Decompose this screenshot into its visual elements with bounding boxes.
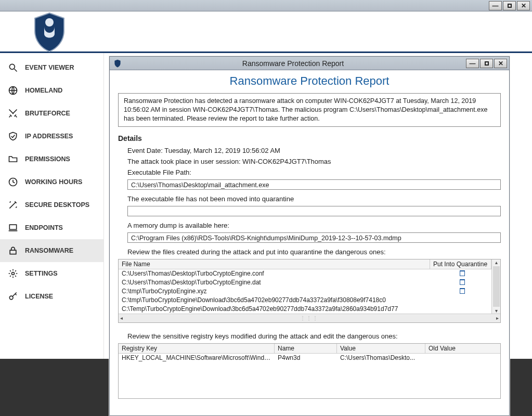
quarantine-cell[interactable] bbox=[436, 287, 488, 296]
sidebar-item-label: SETTINGS bbox=[25, 270, 58, 277]
report-close-button[interactable]: ✕ bbox=[494, 59, 507, 68]
sidebar-item-label: HOMELAND bbox=[25, 87, 62, 94]
sidebar-item-endpoints[interactable]: ENDPOINTS bbox=[0, 216, 103, 239]
scroll-thumb[interactable] bbox=[493, 266, 500, 307]
files-label: Review the files created during the atta… bbox=[127, 248, 501, 256]
reg-key-cell: HKEY_LOCAL_MACHINE\Software\Microsoft\Wi… bbox=[119, 354, 275, 362]
shieldcheck-icon bbox=[7, 131, 19, 142]
event-date-line: Event Date: Tuesday, March 12, 2019 10:5… bbox=[127, 147, 501, 154]
file-name-cell: C:\Users\Thomas\Desktop\TurboCryptoEngin… bbox=[122, 269, 436, 278]
dump-label: A memory dump is available here: bbox=[127, 222, 501, 229]
svg-line-2 bbox=[15, 69, 17, 72]
sidebar-item-label: IP ADDRESSES bbox=[25, 133, 73, 140]
sidebar-item-label: WORKING HOURS bbox=[25, 178, 82, 186]
file-grid-vscroll[interactable]: ▴ ▾ bbox=[491, 259, 500, 314]
close-button[interactable]: ✕ bbox=[517, 1, 530, 10]
details-label: Details bbox=[118, 134, 501, 142]
sidebar-item-secure-desktops[interactable]: SECURE DESKTOPS bbox=[0, 193, 103, 216]
report-minimize-button[interactable]: — bbox=[466, 59, 479, 68]
file-row[interactable]: C:\Temp\TurboCryptoEngine\Download\3bc6d… bbox=[119, 305, 500, 314]
quarantine-cell[interactable] bbox=[436, 269, 488, 278]
swords-icon bbox=[7, 108, 19, 119]
file-grid-hscroll[interactable]: ◂ ⋮⋮⋮ ▸ bbox=[119, 314, 500, 322]
reg-name-cell: P4wn3d bbox=[275, 354, 337, 362]
sidebar-item-event-viewer[interactable]: EVENT VIEWER bbox=[0, 56, 103, 79]
sidebar-item-ip-addresses[interactable]: IP ADDRESSES bbox=[0, 125, 103, 148]
sidebar-item-homeland[interactable]: HOMELAND bbox=[0, 79, 103, 102]
reg-col-key[interactable]: Registry Key bbox=[119, 344, 275, 353]
sidebar-item-ransomware[interactable]: RANSOMWARE bbox=[0, 239, 103, 262]
scroll-down-icon[interactable]: ▾ bbox=[495, 308, 498, 314]
reg-col-oldvalue[interactable]: Old Value bbox=[425, 344, 500, 353]
file-name-cell: C:\Users\Thomas\Desktop\TurboCryptoEngin… bbox=[122, 278, 436, 287]
registry-grid[interactable]: Registry Key Name Value Old Value HKEY_L… bbox=[118, 343, 501, 399]
sidebar-item-label: SECURE DESKTOPS bbox=[25, 201, 89, 209]
report-titlebar: Ransomware Protection Report — ✕ bbox=[110, 57, 509, 70]
svg-point-7 bbox=[12, 272, 15, 275]
svg-rect-6 bbox=[10, 250, 16, 254]
sidebar-item-label: LICENSE bbox=[25, 293, 53, 300]
quarantine-cell[interactable] bbox=[436, 305, 488, 314]
sidebar-item-label: EVENT VIEWER bbox=[25, 64, 74, 71]
sidebar-item-license[interactable]: LICENSE bbox=[0, 285, 103, 308]
file-row[interactable]: C:\tmp\TurboCryptoEngine.xyz bbox=[119, 287, 500, 296]
report-window: Ransomware Protection Report — ✕ Ransomw… bbox=[109, 56, 510, 416]
file-grid-header: File Name Put Into Quarantine bbox=[119, 259, 500, 269]
maximize-button[interactable] bbox=[503, 1, 516, 10]
registry-row[interactable]: HKEY_LOCAL_MACHINE\Software\Microsoft\Wi… bbox=[119, 354, 500, 362]
scroll-left-icon[interactable]: ◂ bbox=[120, 315, 123, 321]
quarantine-cell[interactable] bbox=[436, 296, 488, 305]
report-body: Ransomware Protection Report Ransomware … bbox=[110, 70, 509, 415]
main-titlebar: — ✕ bbox=[0, 0, 532, 11]
sidebar-item-working-hours[interactable]: WORKING HOURS bbox=[0, 171, 103, 193]
file-row[interactable]: C:\Users\Thomas\Desktop\TurboCryptoEngin… bbox=[119, 269, 500, 278]
folder-icon bbox=[7, 153, 19, 165]
reg-col-name[interactable]: Name bbox=[275, 344, 337, 353]
sidebar-item-label: PERMISSIONS bbox=[25, 155, 70, 163]
clock-icon bbox=[7, 176, 19, 188]
trash-icon[interactable] bbox=[460, 270, 465, 276]
registry-grid-body: HKEY_LOCAL_MACHINE\Software\Microsoft\Wi… bbox=[119, 354, 500, 362]
globe-icon bbox=[7, 85, 19, 96]
file-row[interactable]: C:\Users\Thomas\Desktop\TurboCryptoEngin… bbox=[119, 278, 500, 287]
sidebar-item-label: RANSOMWARE bbox=[25, 247, 73, 254]
minimize-button[interactable]: — bbox=[489, 1, 502, 10]
file-grid[interactable]: File Name Put Into Quarantine C:\Users\T… bbox=[118, 259, 501, 323]
session-line: The attack took place in user session: W… bbox=[127, 158, 501, 165]
alert-box: Ransomware Protection has detected a ran… bbox=[118, 93, 501, 127]
file-name-cell: C:\tmp\TurboCryptoEngine\Download\3bc6d5… bbox=[122, 296, 436, 305]
file-col-name[interactable]: File Name bbox=[119, 259, 430, 269]
dump-path-box[interactable]: C:\Program Files (x86)\RDS-Tools\RDS-Kni… bbox=[127, 232, 501, 243]
shield-icon bbox=[114, 59, 121, 68]
svg-point-8 bbox=[9, 296, 13, 300]
registry-label: Review the sensitive registry keys modif… bbox=[127, 332, 501, 340]
file-row[interactable]: C:\tmp\TurboCryptoEngine\Download\3bc6d5… bbox=[119, 296, 500, 305]
key-icon bbox=[7, 291, 19, 302]
svg-point-1 bbox=[9, 64, 15, 69]
svg-point-0 bbox=[45, 18, 54, 27]
quarantine-note: The executable file has not been moved i… bbox=[127, 195, 501, 203]
quarantine-path-box[interactable] bbox=[127, 206, 501, 216]
registry-grid-header: Registry Key Name Value Old Value bbox=[119, 344, 500, 354]
laptop-icon bbox=[7, 222, 19, 233]
sidebar-item-bruteforce[interactable]: BRUTEFORCE bbox=[0, 102, 103, 125]
wand-icon bbox=[7, 199, 19, 211]
report-maximize-button[interactable] bbox=[480, 59, 493, 68]
search-icon bbox=[7, 62, 19, 73]
trash-icon[interactable] bbox=[460, 288, 465, 294]
sidebar-item-label: BRUTEFORCE bbox=[25, 110, 70, 117]
reg-value-cell: C:\Users\Thomas\Deskto... bbox=[337, 354, 425, 362]
scroll-up-icon[interactable]: ▴ bbox=[495, 259, 498, 265]
sidebar-item-permissions[interactable]: PERMISSIONS bbox=[0, 148, 103, 171]
file-name-cell: C:\Temp\TurboCryptoEngine\Download\3bc6d… bbox=[122, 305, 436, 314]
file-col-quarantine[interactable]: Put Into Quarantine bbox=[430, 259, 491, 269]
app-logo-shield bbox=[31, 11, 68, 53]
report-heading: Ransomware Protection Report bbox=[118, 74, 501, 88]
reg-col-value[interactable]: Value bbox=[337, 344, 425, 353]
exe-path-label: Executable File Path: bbox=[127, 168, 501, 176]
exe-path-box[interactable]: C:\Users\Thomas\Desktop\mail_attachment.… bbox=[127, 179, 501, 190]
sidebar-item-settings[interactable]: SETTINGS bbox=[0, 262, 103, 285]
scroll-right-icon[interactable]: ▸ bbox=[496, 315, 499, 321]
quarantine-cell[interactable] bbox=[436, 278, 488, 287]
trash-icon[interactable] bbox=[460, 279, 465, 285]
